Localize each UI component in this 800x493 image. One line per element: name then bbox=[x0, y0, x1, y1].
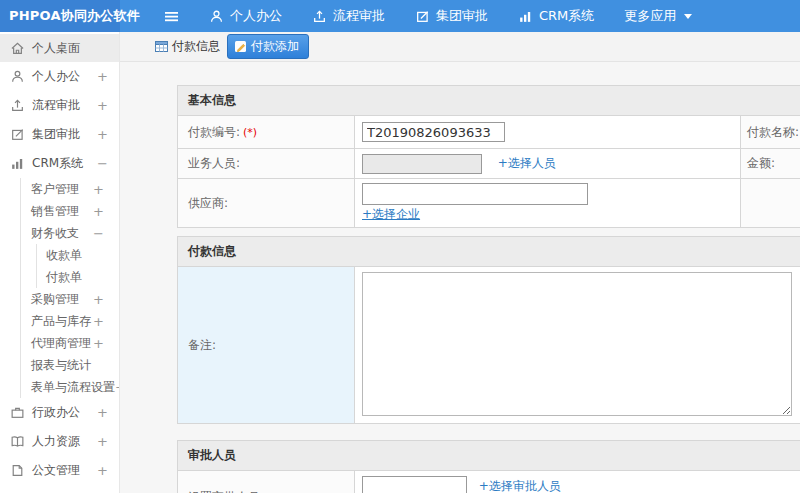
select-staff-link[interactable]: +选择人员 bbox=[498, 156, 556, 170]
topnav-crm-system[interactable]: CRM系统 bbox=[518, 7, 594, 25]
sidebar-item-label: 财务收支 bbox=[31, 225, 93, 242]
tab-payment-info[interactable]: 付款信息 bbox=[155, 38, 220, 55]
sidebar-item-personal-desktop[interactable]: 个人桌面 bbox=[0, 34, 119, 62]
sidebar-item-group-approval[interactable]: 集团审批 + bbox=[0, 120, 119, 149]
approver-label: 设置审批人员:(*) bbox=[178, 471, 355, 493]
collapse-icon[interactable]: − bbox=[97, 156, 108, 171]
select-company-link[interactable]: +选择企业 bbox=[362, 207, 420, 221]
tab-payment-add[interactable]: 付款添加 bbox=[227, 34, 309, 59]
sidebar-item-sales-mgmt[interactable]: 销售管理 + bbox=[21, 200, 119, 222]
sidebar-item-finance[interactable]: 财务收支 − bbox=[21, 222, 119, 244]
expand-icon[interactable]: + bbox=[97, 127, 108, 142]
approver-input[interactable] bbox=[362, 476, 467, 493]
top-menu: 个人办公 流程审批 集团审批 CRM系统 更多应用 bbox=[164, 0, 692, 32]
sidebar-item-label: 报表与统计 bbox=[31, 357, 104, 374]
topnav-workflow-approval[interactable]: 流程审批 bbox=[312, 7, 385, 25]
app-logo: PHPOA协同办公软件 bbox=[0, 0, 120, 32]
edit-square-icon bbox=[415, 9, 430, 24]
sidebar-item-product-inventory[interactable]: 产品与库存 + bbox=[21, 310, 119, 332]
sidebar: 个人桌面 个人办公 + 流程审批 + 集团审批 bbox=[0, 32, 120, 493]
sidebar-item-label: 产品与库存 bbox=[31, 313, 93, 330]
expand-icon[interactable]: + bbox=[97, 69, 108, 84]
payment-name-label: 付款名称:(*) bbox=[741, 116, 800, 149]
staff-label: 业务人员: bbox=[178, 149, 355, 179]
payment-add-form: 基本信息 付款编号:(*) 付款名称:(*) bbox=[120, 62, 800, 493]
sidebar-item-crm-system[interactable]: CRM系统 − bbox=[0, 149, 119, 178]
sidebar-item-payment-form[interactable]: 付款单 bbox=[37, 266, 119, 288]
section-title-payment-info: 付款信息 bbox=[178, 237, 800, 267]
amount-label: 金额: bbox=[741, 149, 800, 179]
crm-submenu: 客户管理 + 销售管理 + 财务收支 − 收款单 付款单 bbox=[20, 178, 119, 398]
expand-icon[interactable]: + bbox=[97, 463, 108, 478]
sidebar-item-customer-mgmt[interactable]: 客户管理 + bbox=[21, 178, 119, 200]
tab-label: 付款添加 bbox=[251, 38, 299, 55]
supplier-label: 供应商: bbox=[178, 179, 355, 228]
topnav-label: 个人办公 bbox=[230, 7, 282, 25]
hamburger-menu-icon[interactable] bbox=[164, 9, 179, 24]
edit-doc-icon bbox=[234, 40, 247, 53]
book-icon bbox=[10, 434, 25, 449]
bar-chart-icon bbox=[518, 9, 533, 24]
payment-no-input[interactable] bbox=[362, 122, 505, 142]
document-icon bbox=[10, 463, 25, 478]
expand-icon[interactable]: + bbox=[93, 314, 104, 329]
staff-input[interactable] bbox=[362, 154, 482, 174]
expand-icon[interactable]: + bbox=[93, 336, 104, 351]
sidebar-item-personal-office[interactable]: 个人办公 + bbox=[0, 62, 119, 91]
required-marker: (*) bbox=[243, 126, 257, 139]
expand-icon[interactable]: + bbox=[97, 434, 108, 449]
sidebar-item-label: 个人桌面 bbox=[32, 40, 108, 57]
expand-icon[interactable]: + bbox=[97, 98, 108, 113]
sidebar-item-label: 收款单 bbox=[46, 247, 104, 264]
sidebar-item-label: 人力资源 bbox=[32, 433, 97, 450]
finance-submenu: 收款单 付款单 bbox=[36, 244, 119, 288]
expand-icon[interactable]: + bbox=[93, 182, 104, 197]
tab-strip: 付款信息 付款添加 bbox=[120, 32, 800, 62]
sidebar-item-label: 客户管理 bbox=[31, 181, 93, 198]
edit-square-icon bbox=[10, 127, 25, 142]
topnav-label: 集团审批 bbox=[436, 7, 488, 25]
bar-chart-icon bbox=[10, 156, 25, 171]
expand-icon[interactable]: + bbox=[97, 405, 108, 420]
top-navbar: PHPOA协同办公软件 个人办公 流程审批 集团审批 bbox=[0, 0, 800, 32]
select-approver-link[interactable]: +选择审批人员 bbox=[479, 479, 561, 493]
approval-table: 审批人员 设置审批人员:(*) +选择审批人员 提醒审批人员： bbox=[177, 440, 800, 493]
sidebar-item-workflow-approval[interactable]: 流程审批 + bbox=[0, 91, 119, 120]
payment-no-label: 付款编号:(*) bbox=[178, 116, 355, 149]
sidebar-item-human-resources[interactable]: 人力资源 + bbox=[0, 427, 119, 456]
topnav-more-apps[interactable]: 更多应用 bbox=[624, 7, 692, 25]
payment-info-table: 付款信息 备注: bbox=[177, 236, 800, 424]
person-icon bbox=[209, 9, 224, 24]
sidebar-item-label: CRM系统 bbox=[32, 155, 97, 172]
sidebar-item-purchase-mgmt[interactable]: 采购管理 + bbox=[21, 288, 119, 310]
expand-icon[interactable]: + bbox=[93, 204, 104, 219]
sidebar-item-agent-mgmt[interactable]: 代理商管理 + bbox=[21, 332, 119, 354]
remark-label: 备注: bbox=[178, 267, 355, 424]
sidebar-item-reports-stats[interactable]: 报表与统计 bbox=[21, 354, 119, 376]
sidebar-item-label: 表单与流程设置 bbox=[31, 379, 115, 396]
topnav-label: 更多应用 bbox=[624, 7, 676, 25]
section-title-approval: 审批人员 bbox=[178, 441, 800, 471]
sidebar-item-label: 销售管理 bbox=[31, 203, 93, 220]
app-window: PHPOA协同办公软件 个人办公 流程审批 集团审批 bbox=[0, 0, 800, 493]
home-icon bbox=[10, 41, 25, 56]
sidebar-item-admin-office[interactable]: 行政办公 + bbox=[0, 398, 119, 427]
expand-icon[interactable]: + bbox=[93, 292, 104, 307]
section-title-basic-info: 基本信息 bbox=[178, 86, 800, 116]
remark-textarea[interactable] bbox=[362, 272, 792, 416]
sidebar-item-label: 行政办公 bbox=[32, 404, 97, 421]
collapse-icon[interactable]: − bbox=[93, 226, 104, 241]
topnav-label: CRM系统 bbox=[539, 7, 594, 25]
topnav-group-approval[interactable]: 集团审批 bbox=[415, 7, 488, 25]
topnav-label: 流程审批 bbox=[333, 7, 385, 25]
table-grid-icon bbox=[155, 41, 168, 52]
sidebar-item-document-mgmt[interactable]: 公文管理 + bbox=[0, 456, 119, 485]
sidebar-item-receipt-form[interactable]: 收款单 bbox=[37, 244, 119, 266]
sidebar-item-label: 流程审批 bbox=[32, 97, 97, 114]
sidebar-item-form-workflow-settings[interactable]: 表单与流程设置 + bbox=[21, 376, 119, 398]
main-content: 付款信息 付款添加 基本信息 付款编号:(*) bbox=[120, 32, 800, 493]
sidebar-item-label: 付款单 bbox=[46, 269, 104, 286]
supplier-input[interactable] bbox=[362, 183, 588, 205]
topnav-personal-office[interactable]: 个人办公 bbox=[209, 7, 282, 25]
sidebar-item-label: 采购管理 bbox=[31, 291, 93, 308]
